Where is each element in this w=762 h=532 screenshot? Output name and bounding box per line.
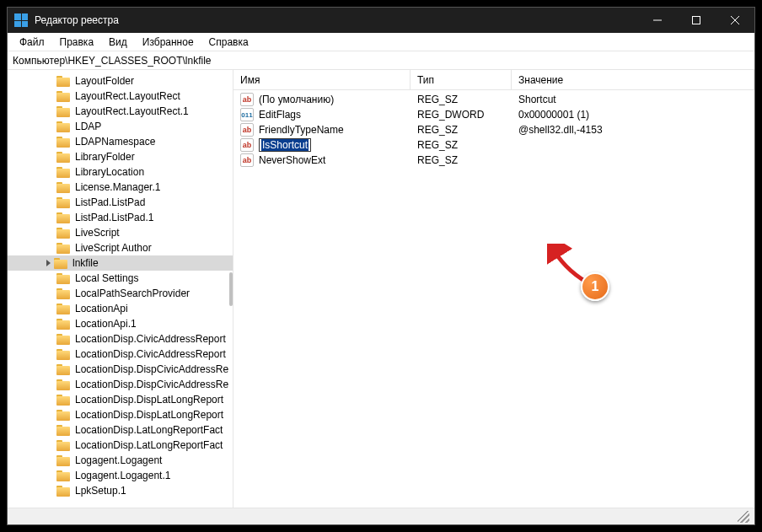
menu-help[interactable]: Справка — [202, 35, 255, 50]
menu-favorites[interactable]: Избранное — [136, 35, 201, 50]
list-header: Имя Тип Значение — [233, 70, 754, 90]
tree-item[interactable]: Logagent.Logagent.1 — [8, 468, 233, 483]
string-value-icon: ab — [240, 123, 254, 137]
value-name: (По умолчанию) — [259, 94, 334, 105]
folder-icon — [56, 273, 70, 284]
folder-icon — [54, 258, 67, 269]
tree-item-label: LibraryFolder — [75, 151, 135, 163]
tree-item-label: LocalPathSearchProvider — [75, 287, 190, 299]
tree-item-label: LDAP — [75, 121, 101, 132]
address-text: Компьютер\HKEY_CLASSES_ROOT\lnkfile — [13, 55, 212, 67]
value-type: REG_SZ — [411, 154, 512, 166]
column-type[interactable]: Тип — [411, 70, 512, 89]
tree-item[interactable]: LocalPathSearchProvider — [8, 286, 233, 301]
folder-icon — [56, 304, 70, 314]
tree-item[interactable]: ListPad.ListPad — [8, 195, 233, 210]
maximize-button[interactable] — [677, 8, 716, 33]
tree-item[interactable]: LocationDisp.LatLongReportFact — [8, 422, 233, 438]
tree-item[interactable]: LocationDisp.DispLatLongReport — [8, 392, 233, 407]
tree-item[interactable]: LpkSetup.1 — [8, 483, 233, 498]
tree-item-label: LocationApi — [75, 303, 128, 314]
tree-pane[interactable]: LayoutFolderLayoutRect.LayoutRectLayoutR… — [8, 70, 233, 508]
list-row[interactable]: abFriendlyTypeNameREG_SZ@shell32.dll,-41… — [233, 122, 754, 137]
column-name[interactable]: Имя — [233, 70, 411, 89]
folder-icon — [56, 152, 70, 163]
tree-item[interactable]: LayoutFolder — [8, 73, 233, 89]
menu-edit[interactable]: Правка — [53, 35, 101, 50]
folder-icon — [56, 334, 70, 345]
folder-icon — [56, 425, 70, 436]
string-value-icon: ab — [240, 93, 254, 106]
menu-view[interactable]: Вид — [102, 35, 134, 50]
tree-item[interactable]: LibraryLocation — [8, 164, 233, 180]
tree-item[interactable]: LayoutRect.LayoutRect — [8, 89, 233, 104]
titlebar[interactable]: Редактор реестра — [8, 8, 754, 33]
value-name: NeverShowExt — [259, 154, 325, 166]
folder-icon — [56, 137, 70, 148]
tree-item[interactable]: LiveScript Author — [8, 240, 233, 255]
address-bar[interactable]: Компьютер\HKEY_CLASSES_ROOT\lnkfile — [8, 51, 754, 70]
folder-icon — [56, 212, 70, 223]
tree-item[interactable]: LocationDisp.LatLongReportFact — [8, 438, 233, 453]
list-pane[interactable]: Имя Тип Значение ab(По умолчанию)REG_SZS… — [233, 70, 754, 508]
minimize-button[interactable] — [638, 8, 677, 33]
value-name: FriendlyTypeName — [259, 124, 344, 136]
resize-grip-icon[interactable] — [738, 511, 749, 523]
tree-item[interactable]: LocationDisp.CivicAddressReport — [8, 347, 233, 362]
tree-item-label: Logagent.Logagent — [75, 454, 162, 466]
value-data: Shortcut — [512, 94, 754, 105]
folder-icon — [56, 76, 70, 87]
folder-icon — [56, 197, 70, 208]
tree-item[interactable]: Local Settings — [8, 271, 233, 286]
value-data: @shell32.dll,-4153 — [512, 124, 754, 136]
tree-item-label: LiveScript — [75, 227, 120, 239]
tree-item[interactable]: LocationApi — [8, 301, 233, 316]
tree-item[interactable]: LocationApi.1 — [8, 316, 233, 331]
value-name: EditFlags — [259, 109, 301, 121]
folder-icon — [56, 395, 70, 406]
tree-item-label: LocationDisp.LatLongReportFact — [75, 424, 223, 436]
tree-item[interactable]: ListPad.ListPad.1 — [8, 210, 233, 225]
tree-item[interactable]: LiveScript — [8, 225, 233, 240]
folder-icon — [56, 455, 70, 466]
tree-item-label: ListPad.ListPad — [75, 196, 145, 208]
tree-item[interactable]: LocationDisp.DispLatLongReport — [8, 407, 233, 422]
tree-item-label: LayoutFolder — [75, 75, 134, 87]
value-type: REG_SZ — [411, 94, 512, 105]
tree-item[interactable]: Logagent.Logagent — [8, 453, 233, 468]
tree-item[interactable]: LocationDisp.DispCivicAddressRe — [8, 377, 233, 392]
folder-icon — [56, 167, 70, 178]
list-row[interactable]: abIsShortcutREG_SZ — [233, 137, 754, 153]
list-row[interactable]: ab(По умолчанию)REG_SZShortcut — [233, 92, 754, 107]
tree-item[interactable]: LayoutRect.LayoutRect.1 — [8, 104, 233, 119]
tree-item-label: LocationDisp.DispCivicAddressRe — [75, 379, 228, 390]
tree-item-label: LocationDisp.DispLatLongReport — [75, 409, 223, 421]
tree-item[interactable]: LDAP — [8, 119, 233, 134]
column-value[interactable]: Значение — [512, 70, 754, 89]
close-button[interactable] — [716, 8, 754, 33]
folder-icon — [56, 319, 70, 330]
tree-item[interactable]: LDAPNamespace — [8, 134, 233, 149]
tree-item[interactable]: lnkfile — [8, 255, 233, 271]
tree-item[interactable]: License.Manager.1 — [8, 180, 233, 195]
folder-icon — [56, 486, 70, 497]
folder-icon — [56, 349, 70, 360]
status-bar — [8, 508, 754, 524]
list-row[interactable]: abNeverShowExtREG_SZ — [233, 153, 754, 168]
folder-icon — [56, 91, 70, 102]
tree-item[interactable]: LocationDisp.CivicAddressReport — [8, 331, 233, 347]
tree-item-label: LocationDisp.CivicAddressReport — [75, 348, 226, 360]
tree-item-label: Local Settings — [75, 272, 138, 284]
tree-item[interactable]: LibraryFolder — [8, 149, 233, 164]
value-type: REG_DWORD — [411, 109, 512, 121]
tree-item-label: Logagent.Logagent.1 — [75, 470, 170, 481]
tree-item-label: LiveScript Author — [75, 242, 152, 254]
folder-icon — [56, 182, 70, 193]
menu-file[interactable]: Файл — [13, 35, 51, 50]
binary-value-icon: 011 — [240, 108, 254, 121]
string-value-icon: ab — [240, 138, 254, 152]
list-row[interactable]: 011EditFlagsREG_DWORD0x00000001 (1) — [233, 107, 754, 122]
rename-input[interactable]: IsShortcut — [259, 138, 311, 152]
tree-item[interactable]: LocationDisp.DispCivicAddressRe — [8, 362, 233, 377]
folder-icon — [56, 121, 70, 132]
